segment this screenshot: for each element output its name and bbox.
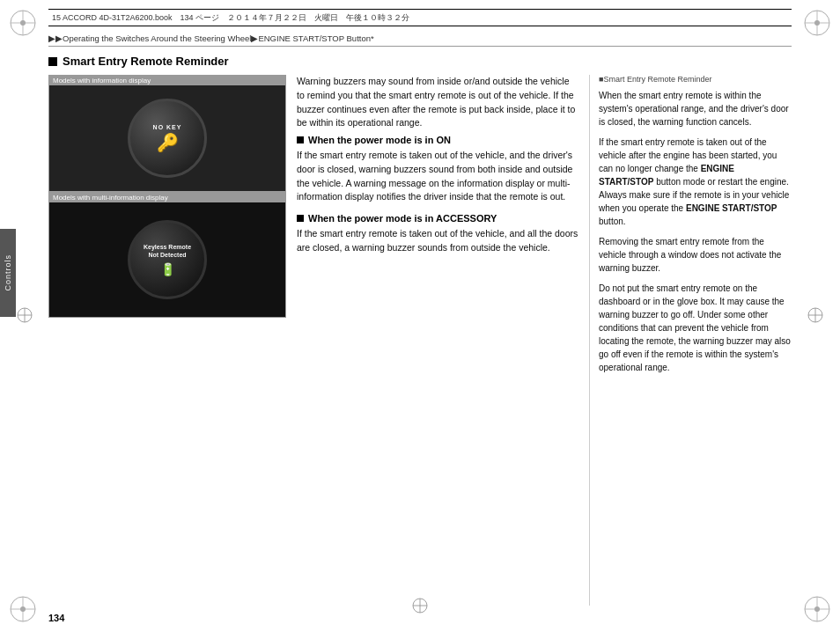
left-center-marker — [16, 306, 33, 326]
section-title: Smart Entry Remote Reminder — [63, 55, 229, 68]
section-accessory-icon — [297, 215, 304, 222]
key-icon: 🔑 — [157, 132, 179, 153]
section-accessory-header: When the power mode is in ACCESSORY — [297, 213, 578, 224]
section2-text: If the smart entry remote is taken out o… — [297, 227, 578, 255]
right-para3: Removing the smart entry remote from the… — [599, 235, 792, 275]
breadcrumb: ▶▶Operating the Switches Around the Stee… — [48, 33, 792, 47]
section-header: Smart Entry Remote Reminder — [48, 55, 792, 68]
corner-decoration-tr — [801, 7, 833, 39]
section1-title: When the power mode is in ON — [308, 135, 451, 145]
keyless-line2: Not Detected — [148, 252, 186, 258]
circle-display: NO KEY 🔑 — [128, 99, 207, 178]
left-column: Models with information display NO KEY 🔑… — [48, 75, 286, 606]
section-on: When the power mode is in ON If the smar… — [297, 135, 578, 204]
section-on-icon — [297, 136, 304, 143]
multi-display-circle: Keyless Remote Not Detected 🔋 — [128, 220, 207, 299]
bold-engine-start-stop-1: ENGINE START/STOP — [599, 164, 734, 187]
right-para2: If the smart entry remote is taken out o… — [599, 136, 792, 228]
info-display-panel: Models with information display NO KEY 🔑 — [48, 75, 286, 192]
middle-column: Warning buzzers may sound from inside or… — [286, 75, 589, 606]
keyless-line1: Keyless Remote — [144, 244, 191, 250]
right-para4: Do not put the smart entry remote on the… — [599, 282, 792, 374]
section1-text: If the smart entry remote is taken out o… — [297, 149, 578, 204]
file-info-text: 15 ACCORD 4D-31T2A6200.book 134 ページ ２０１４… — [52, 12, 409, 24]
content-columns: Models with information display NO KEY 🔑… — [48, 75, 792, 606]
bottom-panel-content: Keyless Remote Not Detected 🔋 — [49, 202, 285, 317]
sidebar-label: Controls — [4, 254, 12, 291]
keyless-remote-text: Keyless Remote Not Detected — [144, 243, 191, 259]
file-info-bar: 15 ACCORD 4D-31T2A6200.book 134 ページ ２０１４… — [48, 9, 792, 26]
page-number: 134 — [48, 613, 64, 623]
breadcrumb-text: ▶▶Operating the Switches Around the Stee… — [48, 33, 374, 43]
main-content: Smart Entry Remote Reminder Models with … — [48, 46, 792, 606]
section2-title: When the power mode is in ACCESSORY — [308, 213, 497, 224]
right-center-marker — [807, 306, 824, 326]
section-header-icon — [48, 57, 57, 66]
corner-decoration-bl — [7, 593, 39, 625]
battery-icon: 🔋 — [160, 262, 175, 276]
right-col-header: ■Smart Entry Remote Reminder — [599, 75, 792, 84]
circle-display-inner: NO KEY 🔑 — [153, 124, 182, 153]
top-panel-label: Models with information display — [49, 76, 285, 85]
sidebar-tab: Controls — [0, 229, 16, 317]
multi-info-display-panel: Models with multi-information display Ke… — [48, 192, 286, 318]
bold-engine-start-stop-2: ENGINE START/STOP — [686, 203, 777, 213]
top-panel-content: NO KEY 🔑 — [49, 85, 285, 191]
section-on-header: When the power mode is in ON — [297, 135, 578, 145]
corner-decoration-br — [801, 593, 833, 625]
corner-decoration-tl — [7, 7, 39, 39]
right-para1: When the smart entry remote is within th… — [599, 89, 792, 129]
right-column: ■Smart Entry Remote Reminder When the sm… — [589, 75, 792, 606]
right-col-text: When the smart entry remote is within th… — [599, 89, 792, 374]
intro-text: Warning buzzers may sound from inside or… — [297, 75, 578, 130]
section-accessory: When the power mode is in ACCESSORY If t… — [297, 213, 578, 255]
no-key-text: NO KEY — [153, 124, 182, 130]
bottom-panel-label: Models with multi-information display — [49, 193, 285, 202]
